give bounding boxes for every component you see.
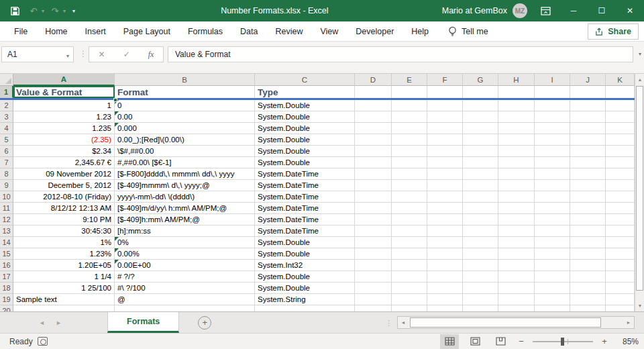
normal-view-icon[interactable] bbox=[440, 334, 459, 349]
cell-G15[interactable] bbox=[463, 248, 498, 260]
cell-C10[interactable]: System.DateTime bbox=[255, 191, 355, 203]
cell-I1[interactable] bbox=[535, 86, 570, 98]
cell-G13[interactable] bbox=[463, 226, 498, 237]
cell-F4[interactable] bbox=[427, 123, 463, 134]
cell-K3[interactable] bbox=[606, 111, 635, 123]
cell-A4[interactable]: 1.235 bbox=[13, 123, 115, 134]
row-header-2[interactable]: 2 bbox=[0, 100, 13, 111]
col-header-E[interactable]: E bbox=[392, 74, 427, 86]
cell-J19[interactable] bbox=[570, 294, 606, 305]
horizontal-scrollbar[interactable]: ◄ ► bbox=[397, 316, 635, 329]
cell-J9[interactable] bbox=[570, 180, 606, 191]
cell-J15[interactable] bbox=[570, 248, 606, 260]
cell-H12[interactable] bbox=[498, 214, 535, 226]
cell-J8[interactable] bbox=[570, 168, 606, 180]
cell-G5[interactable] bbox=[463, 134, 498, 146]
cell-I14[interactable] bbox=[535, 237, 570, 248]
cell-D16[interactable] bbox=[355, 260, 392, 271]
tab-data[interactable]: Data bbox=[231, 21, 266, 41]
cell-I9[interactable] bbox=[535, 180, 570, 191]
cell-J5[interactable] bbox=[570, 134, 606, 146]
row-header-11[interactable]: 11 bbox=[0, 203, 13, 214]
cell-K12[interactable] bbox=[606, 214, 635, 226]
cell-F8[interactable] bbox=[427, 168, 463, 180]
cell-E15[interactable] bbox=[392, 248, 427, 260]
cell-H5[interactable] bbox=[498, 134, 535, 146]
row-header-10[interactable]: 10 bbox=[0, 191, 13, 203]
cell-E1[interactable] bbox=[392, 86, 427, 98]
cell-A11[interactable]: 8/12/12 12:13 AM bbox=[13, 203, 115, 214]
cell-G1[interactable] bbox=[463, 86, 498, 98]
cell-J16[interactable] bbox=[570, 260, 606, 271]
sheet-tab-formats[interactable]: Formats bbox=[107, 312, 179, 333]
cell-A7[interactable]: 2,345.67 € bbox=[13, 157, 115, 168]
cell-B2[interactable]: 0 bbox=[115, 100, 255, 111]
cell-G14[interactable] bbox=[463, 237, 498, 248]
cell-G9[interactable] bbox=[463, 180, 498, 191]
cell-H20[interactable] bbox=[498, 305, 535, 311]
zoom-slider-thumb[interactable] bbox=[561, 338, 564, 346]
row-header-13[interactable]: 13 bbox=[0, 226, 13, 237]
cell-F18[interactable] bbox=[427, 283, 463, 294]
zoom-level[interactable]: 85% bbox=[616, 337, 639, 346]
cell-H19[interactable] bbox=[498, 294, 535, 305]
cell-K11[interactable] bbox=[606, 203, 635, 214]
col-header-K[interactable]: K bbox=[606, 74, 635, 86]
cell-E7[interactable] bbox=[392, 157, 427, 168]
row-header-9[interactable]: 9 bbox=[0, 180, 13, 191]
cell-F14[interactable] bbox=[427, 237, 463, 248]
cell-K9[interactable] bbox=[606, 180, 635, 191]
cell-F16[interactable] bbox=[427, 260, 463, 271]
redo-icon[interactable]: ↷ bbox=[47, 3, 63, 18]
col-header-H[interactable]: H bbox=[498, 74, 535, 86]
row-header-12[interactable]: 12 bbox=[0, 214, 13, 226]
cell-K4[interactable] bbox=[606, 123, 635, 134]
cell-K10[interactable] bbox=[606, 191, 635, 203]
tab-formulas[interactable]: Formulas bbox=[179, 21, 231, 41]
cell-K5[interactable] bbox=[606, 134, 635, 146]
cell-D15[interactable] bbox=[355, 248, 392, 260]
cell-C13[interactable]: System.DateTime bbox=[255, 226, 355, 237]
cell-A10[interactable]: 2012-08-10 (Friday) bbox=[13, 191, 115, 203]
cell-A14[interactable]: 1% bbox=[13, 237, 115, 248]
cell-I8[interactable] bbox=[535, 168, 570, 180]
cell-B7[interactable]: #,##0.00\ [$€-1] bbox=[115, 157, 255, 168]
cell-B8[interactable]: [$-F800]dddd\,\ mmmm\ dd\,\ yyyy bbox=[115, 168, 255, 180]
cell-J2[interactable] bbox=[570, 100, 606, 111]
ribbon-display-options-icon[interactable] bbox=[531, 0, 559, 21]
col-header-A[interactable]: A bbox=[13, 74, 115, 86]
cell-F15[interactable] bbox=[427, 248, 463, 260]
cell-E6[interactable] bbox=[392, 146, 427, 157]
cell-C12[interactable]: System.DateTime bbox=[255, 214, 355, 226]
row-header-6[interactable]: 6 bbox=[0, 146, 13, 157]
col-header-G[interactable]: G bbox=[463, 74, 498, 86]
cell-G18[interactable] bbox=[463, 283, 498, 294]
vertical-scroll-thumb[interactable] bbox=[636, 86, 643, 291]
zoom-out-icon[interactable]: − bbox=[517, 336, 526, 346]
cell-A15[interactable]: 1.23% bbox=[13, 248, 115, 260]
cell-I13[interactable] bbox=[535, 226, 570, 237]
cell-H3[interactable] bbox=[498, 111, 535, 123]
cell-K13[interactable] bbox=[606, 226, 635, 237]
cell-I16[interactable] bbox=[535, 260, 570, 271]
row-header-19[interactable]: 19 bbox=[0, 294, 13, 305]
name-box-dropdown-icon[interactable]: ▾ bbox=[66, 53, 69, 59]
cell-B10[interactable]: yyyy\-mm\-dd\ \(dddd\) bbox=[115, 191, 255, 203]
cell-K16[interactable] bbox=[606, 260, 635, 271]
tab-help[interactable]: Help bbox=[402, 21, 437, 41]
col-header-C[interactable]: C bbox=[255, 74, 355, 86]
enter-icon[interactable]: ✓ bbox=[123, 50, 130, 59]
cell-A18[interactable]: 1 25/100 bbox=[13, 283, 115, 294]
cell-E12[interactable] bbox=[392, 214, 427, 226]
cell-H15[interactable] bbox=[498, 248, 535, 260]
cell-E4[interactable] bbox=[392, 123, 427, 134]
maximize-button[interactable]: ☐ bbox=[588, 0, 616, 21]
cell-D3[interactable] bbox=[355, 111, 392, 123]
scroll-up-icon[interactable]: ▲ bbox=[635, 74, 644, 85]
cell-G3[interactable] bbox=[463, 111, 498, 123]
cell-A20[interactable] bbox=[13, 305, 115, 311]
row-header-7[interactable]: 7 bbox=[0, 157, 13, 168]
cell-F20[interactable] bbox=[427, 305, 463, 311]
redo-caret-icon[interactable]: ▾ bbox=[63, 8, 66, 14]
cell-E11[interactable] bbox=[392, 203, 427, 214]
